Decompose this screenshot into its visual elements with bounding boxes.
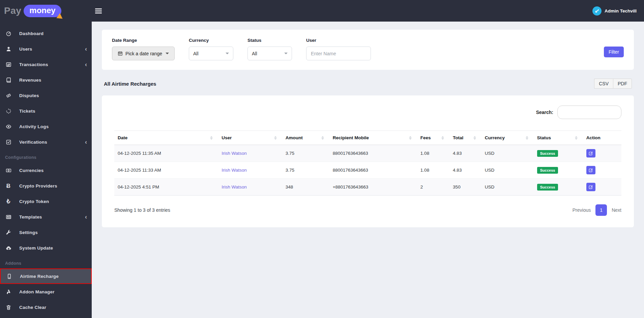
- sidebar-item-crypto-token[interactable]: ₺ Crypto Token: [0, 194, 92, 209]
- pagination-previous[interactable]: Previous: [573, 207, 591, 213]
- hamburger-menu-icon[interactable]: [95, 7, 102, 15]
- sidebar-item-crypto-providers[interactable]: Ƀ Crypto Providers: [0, 178, 92, 194]
- pagination-next[interactable]: Next: [612, 207, 621, 213]
- sidebar-item-revenues[interactable]: Revenues: [0, 72, 92, 88]
- topbar-user-menu[interactable]: Admin Techvill: [592, 6, 637, 16]
- column-header-action: Action: [583, 131, 621, 145]
- user-link[interactable]: Irish Watson: [222, 151, 247, 156]
- caret-down-icon: [284, 53, 288, 54]
- chevron-left-icon: ‹: [85, 214, 87, 220]
- page-title: All Airtime Recharges: [104, 81, 156, 87]
- crypto-providers-icon: Ƀ: [5, 183, 12, 189]
- recharges-table: Date User Amount Recipient Mobile Fees T…: [114, 131, 621, 196]
- column-header-total[interactable]: Total: [449, 131, 481, 145]
- date-range-picker[interactable]: Pick a date range: [112, 47, 175, 60]
- cell-fees: 1.08: [417, 162, 449, 179]
- cell-action: [583, 162, 621, 179]
- sidebar-item-verifications[interactable]: Verifications ‹: [0, 134, 92, 150]
- calendar-icon: [118, 51, 123, 56]
- user-link[interactable]: Irish Watson: [222, 184, 247, 190]
- sidebar-item-addon-manager[interactable]: Addon Manager: [0, 284, 92, 299]
- filter-group-status: Status All: [247, 38, 292, 60]
- disputes-icon: [5, 92, 12, 98]
- sidebar-item-disputes[interactable]: Disputes: [0, 88, 92, 103]
- cell-recipient-mobile: +8801763643663: [329, 179, 417, 196]
- crypto-token-icon: ₺: [5, 198, 12, 204]
- brand-money-pill: money: [24, 5, 61, 17]
- caret-down-icon: [226, 53, 229, 54]
- sort-icon: [526, 136, 530, 140]
- cell-amount: 348: [282, 179, 329, 196]
- brand-logo[interactable]: Pay money: [0, 0, 92, 22]
- table-header-row: Date User Amount Recipient Mobile Fees T…: [114, 131, 621, 145]
- cell-action: [583, 145, 621, 162]
- system-update-icon: [5, 245, 12, 251]
- chevron-left-icon: ‹: [85, 46, 87, 52]
- cache-clear-icon: [5, 304, 12, 310]
- edit-button[interactable]: [586, 149, 595, 157]
- filter-button[interactable]: Filter: [604, 47, 624, 57]
- edit-icon: [589, 151, 593, 155]
- entries-summary: Showing 1 to 3 of 3 entries: [114, 207, 170, 213]
- recharges-table-card: Search: Date User Amount Recipient Mobil…: [102, 95, 634, 227]
- edit-button[interactable]: [586, 183, 595, 191]
- sidebar-item-tickets[interactable]: Tickets: [0, 103, 92, 119]
- sidebar-item-transactions[interactable]: Transactions ‹: [0, 57, 92, 72]
- sidebar-item-templates[interactable]: Templates ‹: [0, 209, 92, 225]
- cell-user: Irish Watson: [218, 162, 282, 179]
- cell-amount: 3.75: [282, 145, 329, 162]
- sidebar-item-airtime-recharge[interactable]: Airtime Recharge: [0, 268, 92, 284]
- column-header-currency[interactable]: Currency: [481, 131, 534, 145]
- edit-icon: [589, 168, 593, 172]
- column-header-fees[interactable]: Fees: [417, 131, 449, 145]
- column-header-user[interactable]: User: [218, 131, 282, 145]
- chevron-left-icon: ‹: [85, 139, 87, 145]
- currency-select[interactable]: All: [189, 47, 233, 60]
- column-header-amount[interactable]: Amount: [282, 131, 329, 145]
- edit-icon: [589, 185, 593, 189]
- column-header-status[interactable]: Status: [534, 131, 583, 145]
- sidebar-item-activity-logs[interactable]: Activity Logs: [0, 119, 92, 134]
- column-header-date[interactable]: Date: [114, 131, 218, 145]
- export-pdf-button[interactable]: PDF: [613, 79, 632, 89]
- user-name-input[interactable]: [306, 47, 371, 60]
- users-icon: [5, 46, 12, 52]
- user-label: User: [306, 38, 371, 43]
- search-input[interactable]: [557, 106, 621, 119]
- filter-panel: Date Range Pick a date range Currency Al…: [102, 30, 634, 70]
- export-buttons: CSV PDF: [594, 79, 632, 89]
- status-selected-value: All: [252, 51, 257, 56]
- sort-icon: [321, 136, 326, 140]
- user-link[interactable]: Irish Watson: [222, 168, 247, 173]
- sidebar-item-system-update[interactable]: System Update: [0, 240, 92, 256]
- export-csv-button[interactable]: CSV: [594, 79, 613, 89]
- status-select[interactable]: All: [247, 47, 292, 60]
- edit-button[interactable]: [586, 166, 595, 174]
- sidebar-item-dashboard[interactable]: Dashboard: [0, 26, 92, 41]
- sidebar: Pay money Dashboard Users ‹ Transactions…: [0, 0, 92, 318]
- sidebar-item-currencies[interactable]: Currencies: [0, 163, 92, 178]
- sidebar-item-settings[interactable]: Settings: [0, 225, 92, 240]
- dashboard-icon: [5, 30, 12, 36]
- cell-date: 04-12-2025 11:35 AM: [114, 145, 218, 162]
- status-label: Status: [247, 38, 292, 43]
- sidebar-item-users[interactable]: Users ‹: [0, 41, 92, 57]
- sidebar-item-cache-clear[interactable]: Cache Clear: [0, 299, 92, 315]
- airtime-recharge-icon: [6, 273, 12, 279]
- table-row: 04-12-2025 4:51 PM Irish Watson 348 +880…: [114, 179, 621, 196]
- cell-user: Irish Watson: [218, 179, 282, 196]
- cell-user: Irish Watson: [218, 145, 282, 162]
- sort-icon: [210, 136, 215, 140]
- filter-group-currency: Currency All: [189, 38, 233, 60]
- sidebar-nav: Dashboard Users ‹ Transactions ‹ Revenue…: [0, 22, 92, 315]
- table-row: 04-12-2025 11:35 AM Irish Watson 3.75 88…: [114, 145, 621, 162]
- date-range-label: Date Range: [112, 38, 175, 43]
- cell-recipient-mobile: 88001763643663: [329, 145, 417, 162]
- pagination-page-1[interactable]: 1: [595, 204, 607, 216]
- admin-name: Admin Techvill: [605, 8, 637, 13]
- table-search: Search:: [114, 106, 621, 119]
- sort-icon: [575, 136, 580, 140]
- currency-label: Currency: [189, 38, 233, 43]
- column-header-recipient-mobile[interactable]: Recipient Mobile: [329, 131, 417, 145]
- sidebar-section-addons: Addons: [0, 256, 92, 268]
